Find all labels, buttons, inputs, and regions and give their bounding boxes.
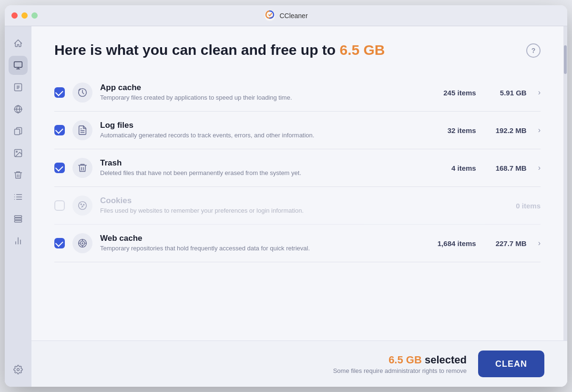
duplicate-icon: [13, 126, 23, 136]
items-list: App cache Temporary files created by app…: [54, 74, 541, 262]
sidebar-item-cleaner[interactable]: [9, 56, 28, 75]
chart-icon: [13, 236, 23, 246]
svg-rect-8: [15, 218, 22, 219]
footer: 6.5 GB selected Some files require admin…: [31, 340, 567, 387]
list-icon: [13, 192, 23, 202]
globe-icon: [13, 104, 23, 114]
trash-bin-icon: [77, 163, 88, 173]
log-files-info: Log files Automatically generated record…: [100, 121, 426, 140]
web-cache-checkbox[interactable]: [54, 238, 65, 248]
cookies-info: Cookies Files used by websites to rememb…: [100, 196, 490, 215]
settings-icon: [13, 365, 23, 374]
app-cache-info: App cache Temporary files created by app…: [100, 83, 426, 102]
help-button[interactable]: ?: [526, 43, 541, 58]
page-header: Here is what you can clean and free up t…: [54, 41, 541, 59]
clean-item-web-cache: Web cache Temporary repositories that ho…: [54, 225, 541, 262]
sidebar-item-trash[interactable]: [9, 165, 28, 185]
app-logo-icon: [264, 10, 276, 21]
target-icon: [77, 238, 88, 248]
cookies-icon: [72, 196, 92, 216]
svg-point-14: [82, 206, 83, 207]
web-cache-chevron[interactable]: ›: [538, 239, 541, 248]
trash-item-icon: [72, 158, 92, 178]
svg-point-18: [82, 243, 83, 244]
footer-size-label: selected: [422, 354, 467, 366]
sidebar-item-duplicate[interactable]: [9, 122, 28, 141]
trash-size: 168.7 MB: [484, 164, 527, 172]
app-cache-name: App cache: [100, 83, 426, 93]
log-files-desc: Automatically generated records to track…: [100, 132, 426, 140]
content-area: Here is what you can clean and free up t…: [31, 26, 567, 387]
clean-item-log-files: Log files Automatically generated record…: [54, 112, 541, 149]
svg-point-6: [16, 151, 18, 153]
web-cache-size: 227.7 MB: [484, 239, 527, 248]
registry-icon: [13, 83, 23, 92]
title-bar: CCleaner: [5, 5, 567, 26]
cookies-checkbox[interactable]: [54, 200, 65, 211]
app-cache-desc: Temporary files created by applications …: [100, 94, 426, 102]
app-window: CCleaner: [5, 5, 567, 387]
sidebar-item-registry[interactable]: [9, 78, 28, 97]
clean-button[interactable]: CLEAN: [478, 351, 544, 377]
footer-info: 6.5 GB selected Some files require admin…: [333, 354, 467, 374]
app-title: CCleaner: [279, 12, 307, 20]
clean-item-app-cache: App cache Temporary files created by app…: [54, 74, 541, 112]
log-files-size: 192.2 MB: [484, 126, 527, 134]
main-layout: Here is what you can clean and free up t…: [5, 26, 567, 387]
clean-item-cookies: Cookies Files used by websites to rememb…: [54, 187, 541, 225]
sidebar-item-tools[interactable]: [9, 100, 28, 119]
web-cache-count: 1,684 items: [433, 239, 476, 248]
cookies-count: 0 items: [498, 202, 541, 210]
page-title-size: 6.5 GB: [340, 42, 385, 58]
app-cache-size: 5.91 GB: [484, 89, 527, 97]
svg-point-17: [80, 241, 84, 245]
minimize-button[interactable]: [21, 12, 28, 19]
sidebar: [5, 26, 31, 387]
traffic-lights: [11, 12, 38, 19]
svg-point-13: [81, 204, 82, 205]
trash-name: Trash: [100, 158, 426, 168]
svg-rect-4: [15, 129, 20, 135]
page-title: Here is what you can clean and free up t…: [54, 41, 385, 59]
cookie-icon: [77, 200, 88, 211]
footer-size: 6.5 GB selected: [333, 354, 467, 366]
svg-point-15: [83, 204, 84, 205]
sidebar-item-photo[interactable]: [9, 144, 28, 163]
scrollbar-thumb[interactable]: [564, 45, 567, 74]
content-scrollable: Here is what you can clean and free up t…: [31, 26, 567, 340]
trash-info: Trash Deleted files that have not been p…: [100, 158, 426, 177]
sidebar-item-home[interactable]: [9, 34, 28, 53]
maximize-button[interactable]: [31, 12, 38, 19]
app-cache-checkbox[interactable]: [54, 87, 65, 98]
log-files-checkbox[interactable]: [54, 125, 65, 135]
sidebar-item-list[interactable]: [9, 187, 28, 206]
sidebar-item-settings[interactable]: [9, 360, 28, 379]
scrollbar-track: [563, 26, 567, 340]
footer-size-value: 6.5 GB: [388, 354, 422, 366]
clock-icon: [77, 87, 88, 98]
log-files-icon: [72, 120, 92, 140]
trash-count: 4 items: [433, 164, 476, 172]
sidebar-item-list2[interactable]: [9, 209, 28, 228]
svg-rect-7: [15, 216, 22, 217]
svg-rect-1: [14, 62, 22, 68]
svg-point-12: [79, 202, 87, 210]
clean-item-trash: Trash Deleted files that have not been p…: [54, 149, 541, 187]
trash-chevron[interactable]: ›: [538, 164, 541, 172]
home-icon: [13, 39, 23, 48]
svg-rect-9: [15, 220, 22, 222]
svg-point-10: [17, 369, 20, 371]
web-cache-icon: [72, 233, 92, 253]
trash-checkbox[interactable]: [54, 163, 65, 173]
log-files-chevron[interactable]: ›: [538, 126, 541, 134]
cookies-desc: Files used by websites to remember your …: [100, 207, 490, 215]
trash-desc: Deleted files that have not been permane…: [100, 169, 426, 177]
web-cache-desc: Temporary repositories that hold frequen…: [100, 245, 426, 253]
close-button[interactable]: [11, 12, 18, 19]
sidebar-item-chart[interactable]: [9, 231, 28, 250]
app-cache-chevron[interactable]: ›: [538, 88, 541, 97]
cleaner-icon: [13, 61, 23, 70]
footer-note: Some files require administrator rights …: [333, 367, 467, 374]
web-cache-info: Web cache Temporary repositories that ho…: [100, 234, 426, 253]
trash-icon: [13, 170, 23, 180]
